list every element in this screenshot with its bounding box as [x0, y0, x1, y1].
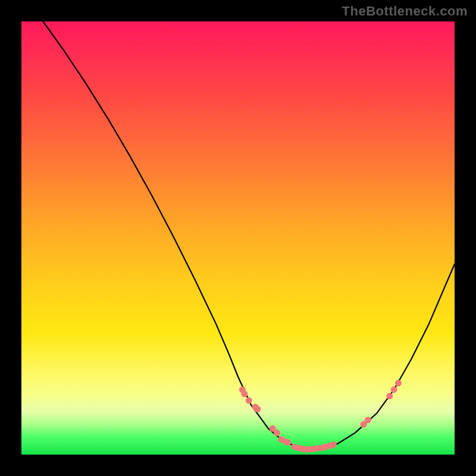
chart-svg — [21, 21, 455, 455]
watermark-text: TheBottleneck.com — [342, 4, 468, 19]
plot-area — [21, 21, 455, 455]
chart-frame: TheBottleneck.com — [0, 0, 476, 476]
scatter-dot — [274, 430, 280, 436]
scatter-dot — [365, 416, 371, 423]
scatter-dot — [395, 380, 402, 386]
bottleneck-curve — [43, 21, 455, 449]
scatter-dot — [241, 391, 248, 397]
scatter-dot — [330, 441, 337, 448]
scatter-dot — [254, 406, 261, 412]
scatter-dot — [284, 439, 291, 446]
scatter-dots — [239, 380, 402, 452]
scatter-dot — [246, 397, 252, 404]
scatter-dot — [386, 393, 393, 399]
scatter-dot — [391, 386, 397, 393]
